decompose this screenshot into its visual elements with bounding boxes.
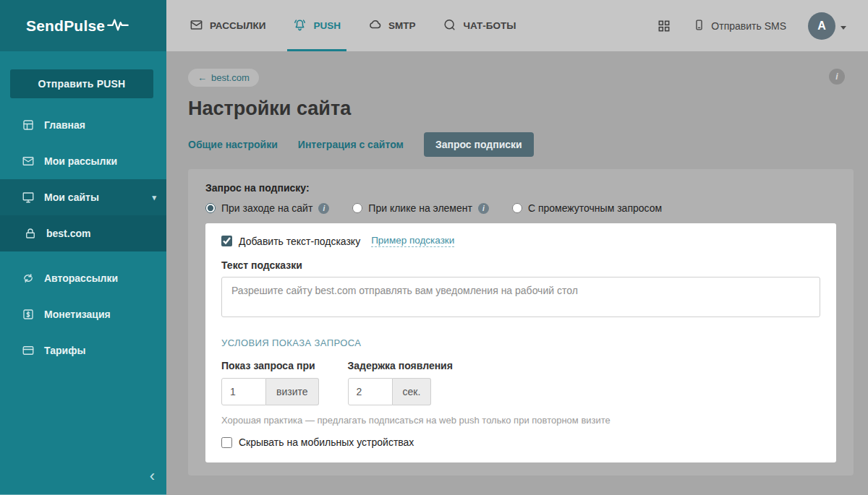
radio-on-element-click[interactable]: При клике на элемент i (352, 202, 489, 214)
sidebar-item-autosend[interactable]: Авторассылки (0, 260, 166, 296)
chat-bubble-icon (443, 18, 456, 34)
seconds-addon: сек. (393, 378, 432, 405)
automation-icon (22, 272, 35, 285)
lock-icon (24, 227, 37, 240)
sidebar-item-home[interactable]: Главная (0, 107, 166, 143)
card-icon (22, 344, 35, 357)
back-arrow-icon: ← (197, 72, 207, 83)
collapse-sidebar-icon[interactable]: ‹ (150, 467, 155, 485)
delay-seconds-input[interactable] (348, 378, 393, 405)
send-sms-label: Отправить SMS (711, 20, 786, 32)
sidebar-item-label: Главная (44, 119, 85, 131)
breadcrumb[interactable]: ← best.com (188, 69, 259, 87)
subscription-request-label: Запрос на подписку: (205, 182, 836, 194)
pulse-icon (107, 17, 129, 35)
nav-item-smtp[interactable]: SMTP (368, 0, 416, 51)
tooltip-text-label: Текст подсказки (221, 259, 820, 271)
radio-label: При клике на элемент (368, 202, 472, 214)
sidebar: SendPulse Отправить PUSH Главная Мои рас… (0, 0, 166, 495)
radio-label: При заходе на сайт (221, 202, 312, 214)
sidebar-item-label: Тарифы (44, 345, 85, 356)
hide-mobile-row: Скрывать на мобильных устройствах (221, 436, 820, 448)
page-info-icon[interactable]: i (829, 69, 845, 85)
bell-icon (293, 18, 307, 34)
sidebar-item-campaigns[interactable]: Мои рассылки (0, 143, 166, 179)
best-practice-hint: Хорошая практика — предлагать подписатьс… (221, 415, 820, 426)
radio-input[interactable] (205, 203, 216, 213)
tab-subscription-request[interactable]: Запрос подписки (424, 132, 534, 157)
sidebar-item-label: best.com (46, 228, 90, 239)
nav-item-push[interactable]: PUSH (293, 0, 341, 51)
nav-item-campaigns[interactable]: РАССЫЛКИ (190, 0, 265, 51)
sidebar-item-label: Монетизация (44, 309, 111, 320)
brand-name: SendPulse (26, 17, 105, 35)
brand-logo[interactable]: SendPulse (0, 0, 166, 51)
sidebar-footer: ‹ (0, 465, 166, 495)
nav-item-label: PUSH (313, 20, 341, 31)
delay-label: Задержка появления (348, 360, 453, 371)
cloud-icon (368, 18, 382, 34)
app-root: SendPulse Отправить PUSH Главная Мои рас… (0, 0, 868, 495)
page-title: Настройки сайта (188, 98, 854, 120)
tab-site-integration[interactable]: Интеграция с сайтом (298, 139, 404, 150)
top-navigation: РАССЫЛКИ PUSH SMTP ЧАТ-БОТЫ (166, 0, 868, 51)
radio-input[interactable] (352, 203, 362, 213)
radio-input[interactable] (512, 203, 522, 213)
show-on-visit-label: Показ запроса при (221, 360, 319, 371)
hide-on-mobile-label: Скрывать на мобильных устройствах (239, 436, 414, 448)
sidebar-item-monetization[interactable]: Монетизация (0, 296, 166, 332)
info-icon[interactable]: i (318, 203, 329, 214)
mailing-icon (22, 155, 35, 168)
radio-intermediate-request[interactable]: С промежуточным запросом (512, 202, 662, 214)
tooltip-example-link[interactable]: Пример подсказки (371, 235, 454, 247)
tab-general-settings[interactable]: Общие настройки (188, 139, 278, 150)
add-tooltip-row: Добавить текст-подсказку Пример подсказк… (221, 235, 820, 247)
sidebar-item-tariffs[interactable]: Тарифы (0, 332, 166, 369)
main-column: РАССЫЛКИ PUSH SMTP ЧАТ-БОТЫ (166, 0, 868, 495)
hide-on-mobile-checkbox[interactable] (221, 437, 232, 448)
breadcrumb-label: best.com (211, 72, 250, 83)
radio-label: С промежуточным запросом (528, 202, 662, 214)
account-menu[interactable]: A (808, 12, 846, 40)
radio-on-site-visit[interactable]: При заходе на сайт i (205, 202, 329, 214)
topnav-right: Отправить SMS A (657, 12, 846, 40)
sidebar-item-label: Мои рассылки (44, 155, 117, 167)
sidebar-item-label: Мои сайты (44, 191, 99, 203)
request-type-radios: При заходе на сайт i При клике на элемен… (205, 202, 836, 214)
sidebar-item-bestcom[interactable]: best.com (0, 215, 166, 251)
conditions-fields: Показ запроса при визите Задержка появле… (221, 360, 820, 405)
nav-item-label: SMTP (388, 20, 416, 31)
chevron-down-icon: ▾ (152, 193, 156, 202)
visit-count-input[interactable] (221, 378, 266, 405)
nav-item-label: ЧАТ-БОТЫ (463, 20, 516, 31)
add-tooltip-label: Добавить текст-подсказку (239, 236, 360, 247)
send-push-button[interactable]: Отправить PUSH (10, 69, 153, 98)
page-content: i ← best.com Настройки сайта Общие настр… (166, 51, 868, 495)
apps-grid-icon[interactable] (657, 19, 671, 33)
settings-tabs: Общие настройки Интеграция с сайтом Запр… (188, 132, 854, 157)
envelope-icon (190, 18, 203, 34)
phone-icon (693, 19, 705, 33)
tooltip-settings-box: Добавить текст-подсказку Пример подсказк… (205, 223, 836, 462)
delay-field: Задержка появления сек. (348, 360, 453, 405)
sidebar-nav: Главная Мои рассылки Мои сайты ▾ bes (0, 107, 166, 369)
info-icon[interactable]: i (478, 203, 489, 214)
add-tooltip-checkbox[interactable] (221, 236, 232, 246)
monitor-icon (22, 191, 35, 204)
nav-item-chatbots[interactable]: ЧАТ-БОТЫ (443, 0, 516, 51)
sidebar-item-label: Авторассылки (44, 272, 118, 284)
avatar: A (808, 12, 835, 40)
send-sms-button[interactable]: Отправить SMS (693, 19, 786, 33)
sidebar-item-my-sites[interactable]: Мои сайты ▾ (0, 179, 166, 215)
nav-item-label: РАССЫЛКИ (210, 20, 265, 31)
tooltip-text-input[interactable]: Разрешите сайту best.com отправлять вам … (221, 277, 820, 317)
visit-addon: визите (266, 378, 319, 405)
caret-down-icon (841, 26, 846, 30)
home-icon (22, 119, 35, 132)
subscription-panel: Запрос на подписку: При заходе на сайт i… (188, 169, 854, 475)
monetization-icon (22, 308, 35, 321)
display-conditions-heading: УСЛОВИЯ ПОКАЗА ЗАПРОСА (221, 337, 820, 348)
show-on-visit-field: Показ запроса при визите (221, 360, 319, 405)
